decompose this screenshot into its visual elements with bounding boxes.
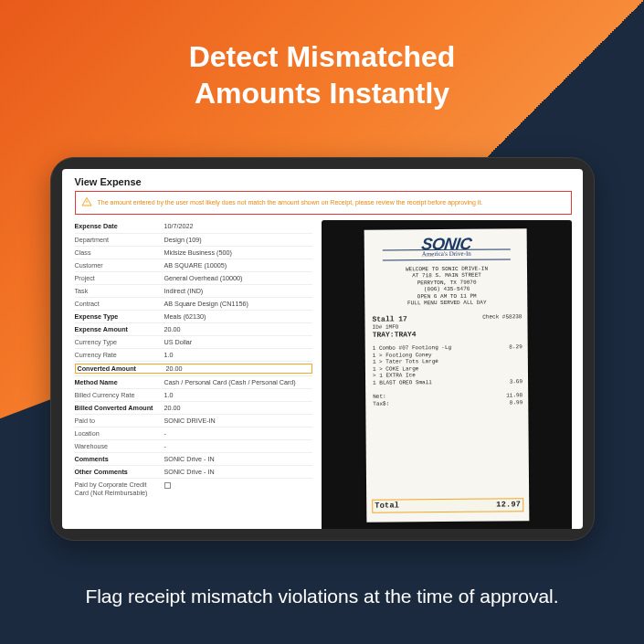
- field-value: 1.0: [164, 391, 312, 399]
- expense-row: Expense Date10/7/2022: [75, 220, 312, 233]
- field-value: SONIC Drive - IN: [164, 455, 312, 463]
- expense-row: ContractAB Square Design (CN1156): [75, 297, 312, 310]
- field-label: Project: [75, 274, 164, 282]
- expense-row: Expense TypeMeals (62130): [75, 310, 312, 322]
- field-value: Midsize Business (500): [164, 248, 312, 257]
- field-value: -: [164, 429, 312, 438]
- field-label: Other Comments: [75, 468, 164, 476]
- field-label: Department: [75, 236, 164, 244]
- field-label: Location: [75, 429, 164, 438]
- field-value: 1.0: [164, 351, 312, 359]
- tablet-frame: View Expense The amount entered by the u…: [50, 157, 595, 541]
- app-screen: View Expense The amount entered by the u…: [62, 169, 583, 529]
- field-label: Paid to: [75, 417, 164, 425]
- expense-row: CustomerAB SQUARE (10005): [75, 259, 312, 271]
- field-label: Method Name: [75, 378, 164, 386]
- receipt-stall-line: Stall 17 Check #58238: [372, 313, 522, 323]
- headline-line-2: Amounts Instantly: [195, 77, 449, 110]
- field-value: Meals (62130): [164, 312, 312, 321]
- expense-row: CommentsSONIC Drive - IN: [75, 452, 312, 465]
- field-value: SONIC Drive - IN: [164, 468, 312, 476]
- marketing-headline: Detect Mismatched Amounts Instantly: [0, 0, 644, 111]
- field-value: 20.00: [164, 404, 312, 412]
- field-label: Expense Amount: [75, 325, 164, 333]
- field-label: Billed Converted Amount: [75, 404, 164, 412]
- field-label: Customer: [75, 261, 164, 269]
- expense-row: Location-: [75, 427, 312, 439]
- field-value: Design (109): [164, 236, 312, 244]
- receipt-image: SONIC America's Drive-In WELCOME TO SONI…: [322, 220, 572, 529]
- field-value: [164, 480, 312, 489]
- expense-row: Billed Converted Amount20.00: [75, 401, 312, 414]
- expense-row: Warehouse-: [75, 439, 312, 452]
- receipt-total-value: 12.97: [496, 501, 521, 511]
- expense-row: Billed Currency Rate1.0: [75, 388, 312, 401]
- expense-row: Paid by Corporate Credit Card (Not Reimb…: [75, 478, 312, 499]
- expense-row: Expense Amount20.00: [75, 322, 312, 335]
- expense-row: Currency Rate1.0: [75, 348, 312, 361]
- warning-icon: [81, 195, 92, 211]
- field-value: Cash / Personal Card (Cash / Personal Ca…: [164, 378, 312, 386]
- field-value: 20.00: [164, 364, 312, 374]
- field-value: SONIC DRIVE-IN: [164, 417, 312, 425]
- field-label: Currency Rate: [75, 351, 164, 359]
- expense-row: DepartmentDesign (109): [75, 233, 312, 246]
- field-value: US Dollar: [164, 338, 312, 346]
- page-title: View Expense: [75, 176, 572, 187]
- expense-row: TaskIndirect (IND): [75, 284, 312, 297]
- field-label: Converted Amount: [75, 364, 164, 374]
- field-value: 20.00: [164, 325, 312, 333]
- field-label: Billed Currency Rate: [75, 391, 164, 399]
- headline-line-1: Detect Mismatched: [189, 40, 456, 73]
- field-value: -: [164, 442, 312, 450]
- field-value: AB Square Design (CN1156): [164, 300, 312, 308]
- expense-row: Currency TypeUS Dollar: [75, 335, 312, 348]
- marketing-footer: Flag receipt mismatch violations at the …: [0, 586, 644, 607]
- expense-row: Other CommentsSONIC Drive - IN: [75, 465, 312, 478]
- warning-text: The amount entered by the user most like…: [98, 199, 483, 206]
- field-label: Class: [75, 248, 164, 257]
- expense-row: Method NameCash / Personal Card (Cash / …: [75, 375, 312, 388]
- field-label: Comments: [75, 455, 164, 463]
- expense-form: Expense Date10/7/2022DepartmentDesign (1…: [75, 220, 312, 499]
- field-label: Expense Type: [75, 312, 164, 321]
- field-value: 10/7/2022: [164, 222, 312, 230]
- expense-row: ProjectGeneral Overhead (10000): [75, 271, 312, 284]
- expense-row: ClassMidsize Business (500): [75, 246, 312, 259]
- field-value: General Overhead (10000): [164, 274, 312, 282]
- field-label: Paid by Corporate Credit Card (Not Reimb…: [75, 480, 164, 497]
- field-label: Contract: [75, 300, 164, 308]
- expense-row: Paid toSONIC DRIVE-IN: [75, 414, 312, 427]
- field-label: Expense Date: [75, 222, 164, 230]
- field-label: Currency Type: [75, 338, 164, 346]
- field-value: Indirect (IND): [164, 287, 312, 295]
- field-label: Warehouse: [75, 442, 164, 450]
- field-label: Task: [75, 287, 164, 295]
- receipt-logo: SONIC: [370, 236, 522, 252]
- field-value: AB SQUARE (10005): [164, 261, 312, 269]
- receipt-paper: SONIC America's Drive-In WELCOME TO SONI…: [364, 228, 529, 523]
- receipt-total-highlight: Total 12.97: [372, 499, 523, 513]
- warning-banner: The amount entered by the user most like…: [75, 191, 572, 215]
- expense-row: Converted Amount20.00: [75, 361, 312, 375]
- reimbursable-checkbox[interactable]: [164, 482, 171, 489]
- receipt-total-label: Total: [375, 501, 399, 512]
